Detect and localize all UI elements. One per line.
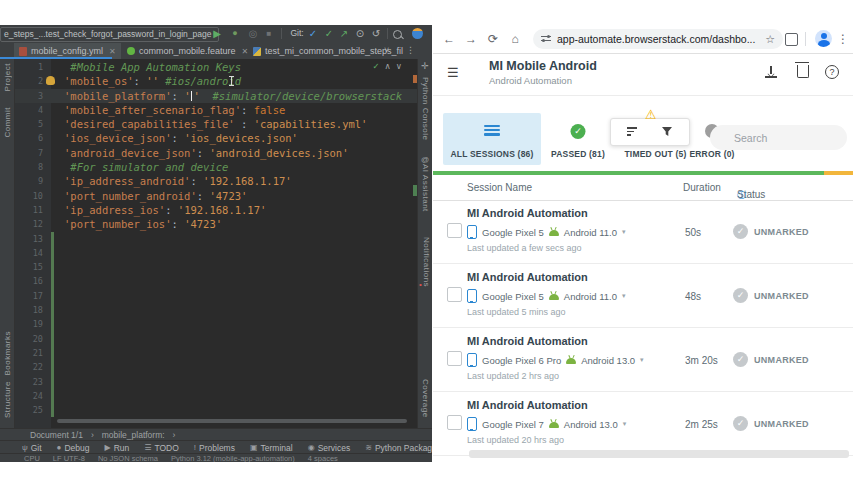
git-push-icon[interactable]: ↗ [337, 27, 351, 40]
filter-funnel-icon[interactable] [661, 126, 673, 138]
hamburger-menu-icon[interactable]: ☰ [447, 65, 459, 80]
device-caret-icon[interactable]: ▾ [622, 292, 626, 300]
undo-icon[interactable]: ↺ [369, 27, 383, 40]
code-line[interactable]: 8 #For simulator and device [15, 160, 418, 174]
settings-gear-icon[interactable]: ✛ [418, 61, 432, 71]
code-editor[interactable]: 1 #Mobile App Automation Keys2'mobile_os… [15, 59, 418, 428]
status-segment[interactable]: Python 3.12 (mobile-app-automation) [171, 454, 295, 462]
git-update-icon[interactable]: ✓ [306, 27, 320, 40]
sort-icon[interactable] [627, 127, 639, 137]
home-icon[interactable]: ⌂ [507, 31, 523, 47]
code-line[interactable]: 6'ios_device_json': 'ios_devices.json' [15, 131, 418, 145]
row-checkbox[interactable] [447, 223, 462, 238]
run-icon[interactable]: ▶ [210, 27, 224, 40]
toolwindow-button-services[interactable]: ◉Services [308, 443, 351, 453]
status-segment[interactable]: No JSON schema [98, 454, 158, 462]
row-checkbox[interactable] [447, 351, 462, 366]
stop-icon[interactable]: ■ [262, 27, 276, 40]
ide-tab-2[interactable]: common_mobile.feature✕ [122, 43, 253, 59]
session-row[interactable]: MI Android AutomationGoogle Pixel 5Andro… [433, 200, 853, 264]
sidebar-item-project[interactable]: Project [0, 63, 14, 93]
code-line[interactable]: 14 [15, 246, 418, 260]
code-line[interactable]: 2'mobile_os': '' #ios/android [15, 74, 418, 88]
session-name[interactable]: MI Android Automation [467, 207, 588, 219]
code-line[interactable]: 18 [15, 303, 418, 317]
toolwindow-button-todo[interactable]: ☰TODO [144, 443, 179, 453]
code-line[interactable]: 4'mobile_after_scenario_flag': false [15, 103, 418, 117]
code-line[interactable]: 15 [15, 260, 418, 274]
toolwindow-button-terminal[interactable]: ▣Terminal [250, 443, 293, 453]
status-segment[interactable]: LF UTF-8 [53, 454, 85, 462]
close-icon[interactable]: ✕ [109, 47, 116, 56]
search-box[interactable] [710, 125, 847, 150]
session-row[interactable]: MI Android AutomationGoogle Pixel 6 ProA… [433, 328, 853, 392]
session-name[interactable]: MI Android Automation [467, 271, 588, 283]
device-caret-icon[interactable]: ▾ [622, 228, 626, 236]
ide-tab-3[interactable]: test_mi_common_mobile_steps_fil [248, 43, 408, 59]
debug-icon[interactable]: ● [228, 27, 242, 40]
code-line[interactable]: 1 #Mobile App Automation Keys [15, 60, 418, 74]
row-checkbox[interactable] [447, 287, 462, 302]
horizontal-scrollbar[interactable] [57, 419, 407, 423]
status-segment[interactable]: 4 spaces [308, 454, 338, 462]
search-input[interactable] [710, 125, 853, 150]
reload-icon[interactable]: ⟳ [485, 31, 501, 47]
code-line[interactable]: 3'mobile_platform': '' #simulator/device… [15, 89, 418, 103]
search-everywhere-icon[interactable] [393, 30, 402, 39]
toolwindow-button-run[interactable]: ▶Run [104, 443, 129, 453]
code-line[interactable]: 24 [15, 389, 418, 403]
session-name[interactable]: MI Android Automation [467, 399, 588, 411]
download-icon[interactable] [765, 66, 777, 78]
session-row[interactable]: MI Android AutomationGoogle Pixel 5Andro… [433, 264, 853, 328]
toolwindow-button-debug[interactable]: ●Debug [57, 443, 90, 453]
device-caret-icon[interactable]: ▾ [623, 420, 627, 428]
extensions-icon[interactable] [785, 33, 798, 46]
browser-menu-icon[interactable]: ⋮ [835, 31, 851, 47]
coverage-icon[interactable]: ◎ [246, 27, 260, 40]
code-line[interactable]: 19 [15, 317, 418, 331]
code-line[interactable]: 20 [15, 332, 418, 346]
prev-problem-icon[interactable]: ∧ [385, 61, 391, 71]
address-bar[interactable]: app-automate.browserstack.com/dashbo... … [533, 29, 783, 49]
forward-icon[interactable]: → [463, 31, 479, 47]
intention-bulb-icon[interactable] [46, 76, 55, 85]
toolwindow-button-git[interactable]: ψGit [22, 443, 42, 453]
url-text[interactable]: app-automate.browserstack.com/dashbo... [557, 33, 759, 45]
run-configuration-dropdown[interactable]: e_steps_...test_check_forgot_password_in… [0, 27, 219, 42]
device-caret-icon[interactable]: ▾ [640, 356, 644, 364]
git-commit-icon[interactable]: ✓ [322, 27, 336, 40]
profile-avatar[interactable] [815, 30, 832, 47]
code-line[interactable]: 21 [15, 346, 418, 360]
delete-icon[interactable] [797, 65, 809, 78]
back-icon[interactable]: ← [441, 31, 457, 47]
history-icon[interactable]: ⊙ [353, 27, 367, 40]
sidebar-item-structure[interactable]: Structure [0, 381, 14, 420]
toolwindow-ai-assistant[interactable]: @AI Assistant [418, 155, 432, 214]
code-line[interactable]: 25 [15, 403, 418, 417]
code-line[interactable]: 10'port_number_android': '4723' [15, 189, 418, 203]
session-row[interactable]: MI Android AutomationGoogle Pixel 7Andro… [433, 392, 853, 456]
session-name[interactable]: MI Android Automation [467, 335, 588, 347]
code-line[interactable]: 13 [15, 232, 418, 246]
toolwindow-coverage[interactable]: Coverage [418, 379, 432, 420]
profile-icon[interactable] [412, 28, 423, 39]
filter-tab-list[interactable]: ALL SESSIONS (86) [443, 113, 541, 165]
code-line[interactable]: 5'desired_capabilities_file' : 'capabili… [15, 117, 418, 131]
code-line[interactable]: 11'ip_address_ios': '192.168.1.17' [15, 203, 418, 217]
row-checkbox[interactable] [447, 415, 462, 430]
toolwindow-python-console[interactable]: Python Console [418, 77, 432, 142]
code-line[interactable]: 9'ip_address_android': '192.168.1.17' [15, 174, 418, 188]
bookmark-star-icon[interactable]: ☆ [765, 33, 775, 46]
filter-tab-check[interactable]: ✓PASSED (81) [543, 113, 613, 165]
sidebar-item-commit[interactable]: Commit [0, 107, 14, 140]
help-icon[interactable]: ? [825, 65, 839, 79]
site-settings-icon[interactable] [541, 34, 551, 44]
code-line[interactable]: 23 [15, 375, 418, 389]
toolwindow-button-python-packages[interactable]: ≋Python Packages [365, 443, 432, 453]
code-line[interactable]: 16 [15, 274, 418, 288]
sidebar-item-bookmarks[interactable]: Bookmarks [0, 331, 14, 378]
code-line[interactable]: 12'port_number_ios': '4723' [15, 217, 418, 231]
status-segment[interactable]: CPU [24, 454, 40, 462]
inspections-widget[interactable]: ✓ ∧ ∨ [372, 61, 402, 71]
code-line[interactable]: 17 [15, 289, 418, 303]
